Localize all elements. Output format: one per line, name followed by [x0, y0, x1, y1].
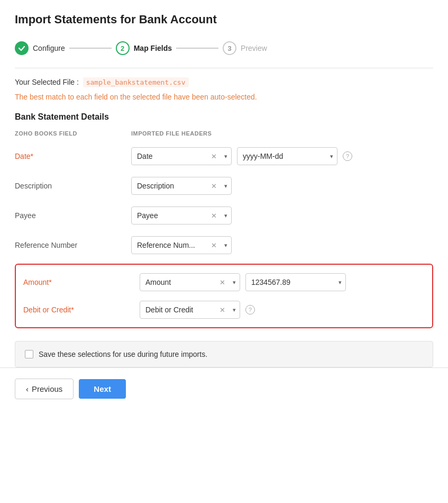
- field-label-description: Description: [15, 182, 131, 190]
- step-connector-2: [176, 48, 218, 49]
- previous-label: Previous: [32, 384, 62, 393]
- previous-button[interactable]: ‹ Previous: [15, 379, 74, 399]
- date-select-wrapper: Date ✕ ▾: [131, 147, 232, 165]
- divider-top: [15, 68, 433, 68]
- field-controls-debit-or-credit: Debit or Credit ✕ ▾ ?: [140, 301, 425, 319]
- auto-selected-info: The best match to each field on the sele…: [15, 92, 433, 103]
- amount-format-select[interactable]: 1234567.89: [245, 273, 346, 291]
- field-row-reference-number: Reference Number Reference Num... ✕ ▾: [15, 234, 433, 256]
- field-controls-description: Description ✕ ▾: [131, 177, 433, 195]
- next-label: Next: [94, 384, 111, 393]
- step-configure-label: Configure: [33, 44, 65, 52]
- date-clear-icon[interactable]: ✕: [211, 152, 217, 160]
- debit-or-credit-select-wrapper: Debit or Credit ✕ ▾: [140, 301, 240, 319]
- field-label-date: Date*: [15, 152, 131, 160]
- field-row-amount: Amount* Amount ✕ ▾ 1234567.89 ▾: [23, 271, 425, 293]
- step-configure-circle: [15, 41, 29, 55]
- field-row-debit-or-credit: Debit or Credit* Debit or Credit ✕ ▾ ?: [23, 299, 425, 321]
- step-map-fields-label: Map Fields: [134, 44, 172, 52]
- field-row-description: Description Description ✕ ▾: [15, 175, 433, 197]
- next-button[interactable]: Next: [79, 379, 126, 399]
- col-header-imported: IMPORTED FILE HEADERS: [131, 130, 212, 137]
- step-preview-label: Preview: [241, 44, 267, 52]
- field-label-amount: Amount*: [23, 278, 140, 286]
- reference-number-clear-icon[interactable]: ✕: [211, 241, 217, 249]
- amount-select-wrapper: Amount ✕ ▾: [140, 273, 240, 291]
- payee-clear-icon[interactable]: ✕: [211, 212, 217, 220]
- field-row-payee: Payee Payee ✕ ▾: [15, 204, 433, 227]
- description-clear-icon[interactable]: ✕: [211, 182, 217, 190]
- save-selections-row: Save these selections for use during fut…: [15, 341, 433, 367]
- selected-file-label: Your Selected File :: [15, 78, 79, 86]
- description-select-wrapper: Description ✕ ▾: [131, 177, 232, 195]
- selected-file-row: Your Selected File : sample_bankstatemen…: [15, 78, 433, 86]
- debit-or-credit-help-icon[interactable]: ?: [245, 305, 255, 315]
- field-label-payee: Payee: [15, 211, 131, 220]
- step-map-fields-circle: 2: [116, 41, 130, 55]
- field-row-date: Date* Date ✕ ▾ yyyy-MM-dd ▾ ?: [15, 145, 433, 167]
- debit-or-credit-clear-icon[interactable]: ✕: [220, 306, 225, 314]
- highlight-box: Amount* Amount ✕ ▾ 1234567.89 ▾: [15, 264, 433, 328]
- date-format-select[interactable]: yyyy-MM-dd: [237, 147, 337, 165]
- field-controls-reference-number: Reference Num... ✕ ▾: [131, 236, 433, 254]
- selected-filename: sample_bankstatement.csv: [83, 77, 189, 87]
- save-label: Save these selections for use during fut…: [39, 350, 207, 358]
- field-label-reference-number: Reference Number: [15, 241, 131, 249]
- field-controls-amount: Amount ✕ ▾ 1234567.89 ▾: [140, 273, 425, 291]
- reference-number-select-wrapper: Reference Num... ✕ ▾: [131, 236, 232, 254]
- section-title: Bank Statement Details: [15, 112, 433, 122]
- step-map-fields: 2 Map Fields: [116, 41, 172, 55]
- field-label-debit-or-credit: Debit or Credit*: [23, 306, 140, 314]
- col-header-zoho: ZOHO BOOKS FIELD: [15, 130, 131, 137]
- date-help-icon[interactable]: ?: [343, 151, 352, 161]
- payee-select-wrapper: Payee ✕ ▾: [131, 206, 232, 224]
- date-format-wrapper: yyyy-MM-dd ▾: [237, 147, 337, 165]
- step-configure: Configure: [15, 41, 65, 55]
- stepper: Configure 2 Map Fields 3 Preview: [15, 41, 433, 55]
- field-controls-payee: Payee ✕ ▾: [131, 206, 433, 224]
- save-checkbox[interactable]: [25, 350, 33, 358]
- field-controls-date: Date ✕ ▾ yyyy-MM-dd ▾ ?: [131, 147, 433, 165]
- amount-format-wrapper: 1234567.89 ▾: [245, 273, 346, 291]
- previous-icon: ‹: [26, 384, 29, 393]
- field-headers: ZOHO BOOKS FIELD IMPORTED FILE HEADERS: [15, 130, 433, 140]
- auto-selected-text: The best match to each field on the sele…: [15, 93, 257, 101]
- step-connector-1: [69, 48, 112, 49]
- page-title: Import Statements for Bank Account: [15, 13, 433, 26]
- bottom-nav: ‹ Previous Next: [0, 367, 448, 410]
- amount-clear-icon[interactable]: ✕: [220, 279, 225, 286]
- step-preview: 3 Preview: [223, 41, 267, 55]
- step-preview-circle: 3: [223, 41, 236, 55]
